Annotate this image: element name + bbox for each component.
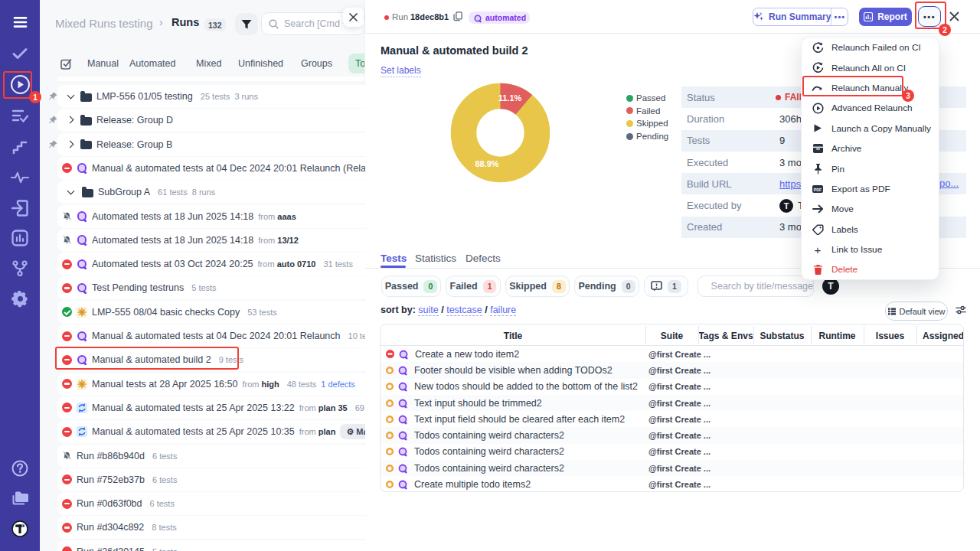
svg-text:88.9%: 88.9% <box>475 159 498 168</box>
svg-text:PDF: PDF <box>814 187 822 192</box>
svg-text:11.1%: 11.1% <box>498 93 522 103</box>
